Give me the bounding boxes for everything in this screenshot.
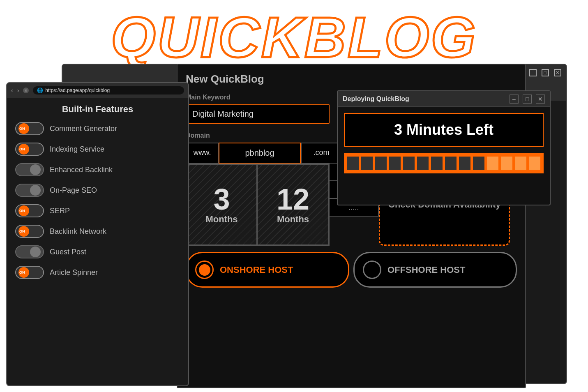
browser-front-panel: ‹ › ✕ 🌐 https://ad.page/app/quickblog Bu… — [6, 82, 189, 386]
domain-www: www. — [186, 143, 219, 164]
feature-name-label: On-Page SEO — [50, 186, 97, 195]
toggle-state-label: ON — [19, 209, 25, 213]
offshore-radio-inner — [367, 264, 378, 276]
toggle-state-label: ON — [19, 229, 25, 233]
feature-name-label: Backlink Network — [50, 227, 106, 236]
close-btn[interactable]: ✕ — [554, 69, 561, 76]
progress-segment — [347, 157, 359, 170]
progress-segment — [431, 157, 443, 170]
deploy-content: 3 Minutes Left — [338, 107, 550, 180]
progress-segment — [361, 157, 373, 170]
feature-row: Guest Post — [15, 245, 180, 258]
toggle-backlink-network[interactable]: ON — [15, 225, 44, 238]
onshore-radio-inner — [199, 264, 210, 276]
months-3-box[interactable]: 3 Months — [186, 164, 258, 246]
offshore-host-btn[interactable]: OFFSHORE HOST — [353, 252, 517, 288]
feature-row: ONArticle Spinner — [15, 266, 180, 279]
domain-ext-com[interactable]: .com — [301, 143, 342, 164]
progress-segment — [417, 157, 429, 170]
browser-front-titlebar: ‹ › ✕ 🌐 https://ad.page/app/quickblog — [7, 83, 188, 98]
progress-segment — [473, 157, 484, 170]
minimize-btn[interactable]: – — [529, 69, 537, 76]
deploy-close-btn[interactable]: ✕ — [536, 95, 545, 104]
toggle-on-page-seo[interactable] — [15, 184, 44, 197]
minutes-left-display: 3 Minutes Left — [344, 113, 544, 147]
deploy-title: Deploying QuickBlog — [343, 95, 505, 103]
progress-segment — [403, 157, 415, 170]
deploy-dialog: Deploying QuickBlog – □ ✕ 3 Minutes Left — [337, 90, 551, 205]
progress-segment — [375, 157, 387, 170]
progress-segment — [389, 157, 401, 170]
globe-icon: 🌐 — [37, 88, 43, 93]
months-3-number: 3 — [213, 184, 230, 214]
left-panel: Built-in Features ONComment GeneratorONI… — [7, 98, 188, 293]
feature-row: On-Page SEO — [15, 184, 180, 197]
feature-name-label: Comment Generator — [50, 125, 117, 133]
toggle-state-label: ON — [19, 127, 25, 131]
deploy-maximize-btn[interactable]: □ — [523, 95, 532, 104]
progress-segment — [459, 157, 470, 170]
forward-icon[interactable]: › — [17, 87, 19, 94]
progress-bar — [344, 153, 544, 173]
app-title: QUICKBLOG — [111, 4, 477, 71]
feature-name-label: Article Spinner — [50, 268, 98, 277]
feature-row: ONIndexing Service — [15, 143, 180, 156]
feature-row: ONComment Generator — [15, 122, 180, 135]
offshore-radio — [363, 261, 381, 279]
offshore-label: OFFSHORE HOST — [387, 265, 465, 275]
keyword-input[interactable] — [186, 104, 330, 124]
toggle-knob — [30, 164, 41, 175]
host-buttons-container: ONSHORE HOST OFFSHORE HOST — [186, 252, 517, 288]
toggle-guest-post[interactable] — [15, 245, 44, 258]
months-12-box[interactable]: 12 Months — [258, 164, 330, 246]
back-icon[interactable]: ‹ — [11, 87, 13, 94]
toggle-state-label: ON — [19, 270, 25, 274]
toggle-knob — [30, 185, 41, 196]
feature-name-label: SERP — [50, 207, 70, 215]
maximize-btn[interactable]: □ — [542, 69, 549, 76]
close-tab-btn[interactable]: ✕ — [23, 88, 29, 93]
toggle-indexing-service[interactable]: ON — [15, 143, 44, 156]
onshore-host-btn[interactable]: ONSHORE HOST — [186, 252, 349, 288]
feature-row: ONSERP — [15, 204, 180, 217]
toggle-serp[interactable]: ON — [15, 204, 44, 217]
main-panel-title: New QuickBlog — [186, 73, 517, 85]
toggle-state-label: ON — [19, 147, 25, 151]
deploy-minimize-btn[interactable]: – — [510, 95, 519, 104]
front-url-text: https://ad.page/app/quickblog — [45, 88, 110, 93]
progress-segment — [529, 157, 540, 170]
progress-segment — [487, 157, 498, 170]
toggle-knob — [30, 247, 41, 257]
progress-segment — [445, 157, 457, 170]
toggle-comment-generator[interactable]: ON — [15, 122, 44, 135]
domain-name-input[interactable]: pbnblog — [219, 143, 301, 164]
months-12-label: Months — [277, 214, 309, 225]
progress-segment — [515, 157, 526, 170]
feature-name-label: Indexing Service — [50, 145, 104, 154]
months-3-label: Months — [205, 214, 238, 225]
onshore-radio — [195, 261, 214, 279]
panel-title: Built-in Features — [15, 104, 180, 115]
feature-name-label: Guest Post — [50, 248, 86, 256]
months-12-number: 12 — [277, 184, 309, 214]
browser-front-url[interactable]: 🌐 https://ad.page/app/quickblog — [33, 86, 184, 95]
toggle-enhanced-backlink[interactable] — [15, 163, 44, 176]
feature-name-label: Enhanced Backlink — [50, 166, 113, 174]
toggle-article-spinner[interactable]: ON — [15, 266, 44, 279]
feature-row: Enhanced Backlink — [15, 163, 180, 176]
feature-row: ONBacklink Network — [15, 225, 180, 238]
progress-segment — [501, 157, 512, 170]
deploy-titlebar: Deploying QuickBlog – □ ✕ — [338, 91, 550, 107]
onshore-label: ONSHORE HOST — [220, 265, 293, 275]
